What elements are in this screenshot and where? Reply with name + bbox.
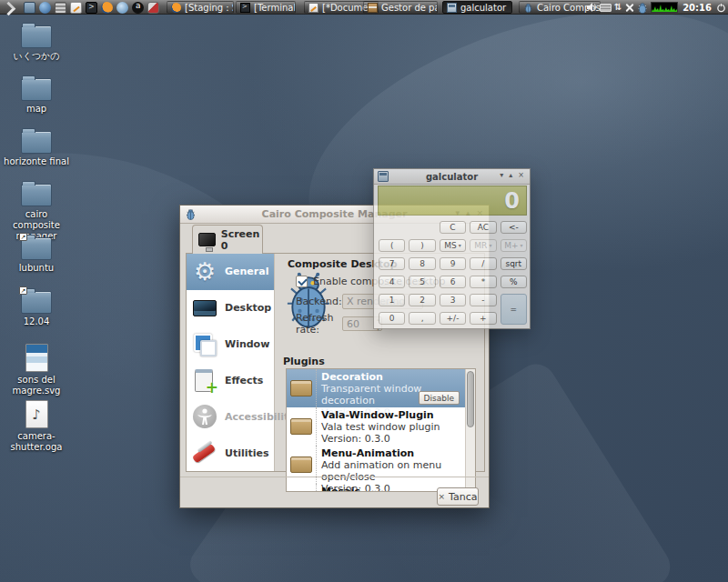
plugins-list: Decoration Transparent window decoration… bbox=[286, 368, 476, 492]
folder-icon bbox=[21, 131, 52, 154]
digit-0-button[interactable]: 0 bbox=[379, 312, 405, 325]
desktop-icon-folder-link-1[interactable]: ↗ lubuntu bbox=[2, 237, 71, 274]
plugins-scrollbar[interactable] bbox=[465, 369, 475, 491]
add-button[interactable]: + bbox=[470, 312, 496, 325]
memory-recall-button[interactable]: MR bbox=[470, 239, 496, 252]
plugin-package-icon bbox=[290, 457, 312, 473]
memory-plus-button[interactable]: M+ bbox=[500, 239, 527, 252]
digit-9-button[interactable]: 9 bbox=[440, 257, 466, 270]
desktop-icon-label: sons del magre.svg bbox=[2, 375, 71, 396]
taskbar-item-staging[interactable]: [Staging : Ser... bbox=[167, 1, 234, 14]
taskbar-item-galculator[interactable]: galculator bbox=[442, 1, 512, 14]
link-emblem-icon: ↗ bbox=[19, 233, 27, 241]
power-icon[interactable] bbox=[716, 3, 726, 13]
web-browser-icon[interactable] bbox=[39, 2, 51, 14]
app-grid-icon[interactable] bbox=[55, 2, 66, 14]
desktop-icon-folder-4[interactable]: cairo composite manager bbox=[2, 184, 71, 242]
launcher-bar bbox=[2, 0, 159, 15]
tanca-label: Tanca bbox=[449, 491, 477, 503]
paint-icon[interactable] bbox=[147, 2, 159, 14]
plugin-row-decoration[interactable]: Decoration Transparent window decoration… bbox=[287, 369, 465, 407]
volume-icon[interactable] bbox=[586, 2, 597, 13]
digit-8-button[interactable]: 8 bbox=[409, 257, 435, 270]
taskbar-item-package-manager[interactable]: Gestor de pa... bbox=[363, 1, 438, 14]
desktop-icon-folder-link-2[interactable]: ↗ 12.04 bbox=[2, 291, 71, 327]
terminal-icon bbox=[240, 3, 250, 13]
tab-screen-0[interactable]: Screen 0 bbox=[192, 225, 263, 254]
tanca-close-button[interactable]: × Tanca bbox=[437, 487, 479, 506]
sidebar-item-effects[interactable]: Effects bbox=[187, 362, 274, 398]
digit-7-button[interactable]: 7 bbox=[379, 257, 405, 270]
sidebar-item-accessibility[interactable]: Accessibility bbox=[187, 398, 274, 435]
maximize-icon[interactable]: ▴ bbox=[509, 171, 512, 179]
desktop-icon-folder-3[interactable]: horizonte final bbox=[2, 131, 71, 167]
plugin-row-menu-animation[interactable]: Menu-Animation Add animation on menu ope… bbox=[287, 446, 465, 484]
desktop-icon-folder-2[interactable]: map bbox=[2, 78, 71, 115]
word-processor-icon[interactable] bbox=[132, 2, 144, 14]
cpu-graph-icon[interactable] bbox=[651, 2, 678, 13]
subtract-button[interactable]: - bbox=[470, 294, 496, 306]
digit-2-button[interactable]: 2 bbox=[409, 294, 435, 306]
backspace-button[interactable]: <- bbox=[500, 221, 527, 234]
keyboard-icon[interactable] bbox=[600, 4, 612, 12]
lubuntu-menu-icon[interactable] bbox=[2, 2, 20, 14]
plus-minus-button[interactable]: +/- bbox=[440, 312, 466, 325]
decimal-comma-button[interactable]: , bbox=[409, 312, 435, 325]
button-bar-separator bbox=[180, 477, 489, 477]
bug-tray-icon[interactable] bbox=[637, 2, 648, 14]
memory-store-button[interactable]: MS bbox=[440, 239, 466, 252]
scrollbar-thumb[interactable] bbox=[467, 371, 474, 427]
plugin-row-vala-window-plugin[interactable]: Vala-Window-Plugin Vala test window plug… bbox=[287, 407, 465, 446]
digit-6-button[interactable]: 6 bbox=[440, 276, 466, 288]
text-editor-icon[interactable] bbox=[70, 2, 82, 14]
file-manager-icon[interactable] bbox=[24, 2, 35, 14]
shade-icon[interactable]: ▾ bbox=[500, 171, 503, 179]
desktop-icon-label: lubuntu bbox=[19, 263, 54, 274]
desktop-icon-audio-file[interactable]: ♪ camera-shutter.oga bbox=[2, 400, 71, 453]
task-label: [Staging : Ser... bbox=[185, 3, 234, 13]
multiply-button[interactable]: * bbox=[470, 276, 496, 288]
updown-arrows-icon[interactable]: ⇅ bbox=[614, 3, 622, 12]
right-paren-button[interactable]: ) bbox=[409, 239, 435, 252]
image-file-icon bbox=[25, 344, 48, 372]
category-sidebar: General Desktop Window Effects Accessibi… bbox=[187, 254, 275, 471]
sqrt-button[interactable]: sqrt bbox=[500, 257, 527, 270]
plugin-package-icon bbox=[290, 418, 312, 435]
galculator-titlebar[interactable]: galculator ▾ ▴ × bbox=[374, 169, 530, 185]
sidebar-item-general[interactable]: General bbox=[187, 254, 274, 290]
sidebar-label: General bbox=[225, 266, 268, 277]
disable-button[interactable]: Disable bbox=[419, 391, 460, 405]
desktop-icon bbox=[191, 295, 218, 322]
clock[interactable]: 20:16 bbox=[682, 3, 712, 13]
digit-3-button[interactable]: 3 bbox=[440, 294, 466, 306]
enable-composite-checkbox[interactable] bbox=[296, 276, 308, 287]
desktop-icon-label: map bbox=[26, 104, 46, 115]
desktop-icon-folder-1[interactable]: いくつかの bbox=[2, 25, 71, 62]
firefox-icon[interactable] bbox=[101, 2, 113, 14]
sidebar-item-utilities[interactable]: Utilities bbox=[187, 435, 274, 471]
clear-button[interactable]: C bbox=[440, 221, 466, 234]
close-icon[interactable]: × bbox=[518, 171, 524, 179]
folder-icon bbox=[21, 184, 52, 206]
effects-icon bbox=[191, 366, 218, 394]
gear-icon bbox=[191, 258, 218, 286]
digit-1-button[interactable]: 1 bbox=[379, 294, 405, 306]
equals-button[interactable]: = bbox=[500, 294, 527, 325]
terminal-icon[interactable] bbox=[86, 2, 97, 14]
all-clear-button[interactable]: AC bbox=[470, 221, 496, 234]
package-icon bbox=[368, 3, 378, 13]
plugins-header: Plugins bbox=[283, 356, 325, 367]
divide-button[interactable]: / bbox=[470, 257, 496, 270]
desktop-icon-label: 12.04 bbox=[24, 316, 50, 327]
taskbar-item-terminal[interactable]: [Terminal] bbox=[236, 1, 296, 14]
browser-icon[interactable] bbox=[116, 2, 128, 14]
sidebar-item-desktop[interactable]: Desktop bbox=[187, 290, 274, 326]
percent-button[interactable]: % bbox=[500, 276, 527, 288]
desktop-icon-image-file[interactable]: sons del magre.svg bbox=[2, 344, 71, 396]
left-paren-button[interactable]: ( bbox=[379, 239, 405, 252]
digit-5-button[interactable]: 5 bbox=[409, 276, 435, 288]
plugin-icon-cell bbox=[287, 484, 317, 492]
sidebar-item-window[interactable]: Window bbox=[187, 326, 274, 363]
clipboard-star-icon[interactable] bbox=[624, 3, 634, 13]
digit-4-button[interactable]: 4 bbox=[379, 276, 405, 288]
